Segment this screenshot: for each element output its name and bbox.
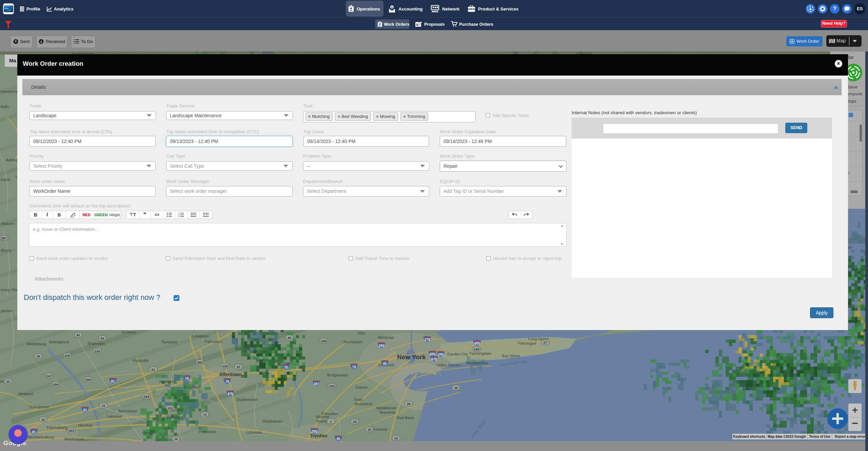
svg-text:Hammond: Hammond — [1, 89, 19, 94]
svg-text:Newport: Newport — [19, 392, 34, 396]
svg-text:225: 225 — [64, 354, 70, 357]
svg-text:287: 287 — [314, 382, 319, 386]
svg-text:Addiso: Addiso — [6, 158, 18, 162]
svg-text:Palmerton: Palmerton — [204, 340, 222, 344]
svg-text:Hershey: Hershey — [78, 423, 93, 427]
svg-text:Harrisburg: Harrisburg — [47, 425, 67, 430]
svg-text:34: 34 — [394, 436, 398, 440]
svg-text:78: 78 — [185, 377, 189, 381]
svg-text:Edison: Edison — [356, 385, 368, 389]
svg-text:78: 78 — [225, 380, 229, 384]
svg-text:Quakertown: Quakertown — [236, 397, 257, 402]
svg-text:Easton: Easton — [256, 358, 268, 362]
svg-text:Hamburg: Hamburg — [159, 380, 175, 384]
svg-text:Morris: Morris — [1, 248, 12, 252]
svg-text:Brunswick: Brunswick — [355, 402, 373, 406]
svg-text:Red Bank: Red Bank — [397, 416, 414, 420]
svg-text:Pottstown: Pottstown — [199, 430, 216, 434]
svg-text:Trenton: Trenton — [310, 433, 327, 438]
svg-text:209: 209 — [53, 383, 58, 386]
svg-text:295: 295 — [438, 353, 444, 356]
svg-text:206: 206 — [321, 339, 327, 343]
svg-text:81: 81 — [32, 430, 36, 434]
svg-text:54: 54 — [101, 336, 104, 340]
svg-text:202: 202 — [329, 384, 335, 388]
svg-text:Denver: Denver — [142, 431, 155, 435]
svg-text:Mechanicsburg: Mechanicsburg — [27, 435, 54, 439]
svg-text:Lebanon: Lebanon — [107, 414, 122, 418]
svg-text:125: 125 — [95, 349, 100, 353]
svg-text:495: 495 — [430, 352, 435, 356]
svg-text:287: 287 — [1, 236, 7, 240]
svg-text:kland: kland — [1, 178, 10, 182]
svg-text:Kutztown: Kutztown — [184, 385, 200, 389]
svg-text:Monroe: Monroe — [316, 415, 329, 419]
svg-text:10: 10 — [174, 437, 178, 441]
svg-text:Pottsville: Pottsville — [133, 358, 149, 363]
svg-text:33: 33 — [353, 420, 357, 424]
svg-text:46: 46 — [288, 336, 291, 340]
svg-text:Duncannon: Duncannon — [29, 405, 49, 409]
svg-text:Reading: Reading — [167, 415, 183, 420]
svg-text:61: 61 — [152, 368, 155, 371]
svg-text:1: 1 — [330, 419, 332, 423]
svg-text:278: 278 — [425, 338, 430, 342]
svg-text:35: 35 — [454, 386, 458, 390]
svg-text:Lehighton: Lehighton — [192, 334, 209, 338]
svg-text:222: 222 — [167, 406, 173, 410]
svg-text:78: 78 — [352, 365, 356, 369]
svg-text:145: 145 — [222, 364, 228, 368]
svg-text:Freehold: Freehold — [372, 427, 387, 431]
svg-text:309: 309 — [197, 361, 202, 364]
svg-text:95: 95 — [383, 362, 387, 366]
svg-text:Selinsgrove: Selinsgrove — [49, 340, 69, 344]
svg-text:East: East — [355, 397, 363, 402]
svg-text:Bridgewater: Bridgewater — [327, 373, 348, 377]
svg-text:3: 3 — [178, 216, 180, 217]
svg-text:61: 61 — [77, 333, 80, 337]
svg-text:Farmingdale: Farmingdale — [470, 351, 491, 355]
svg-text:ellsboro: ellsboro — [1, 222, 14, 226]
svg-text:Bay Shore: Bay Shore — [502, 354, 520, 358]
svg-text:678: 678 — [431, 357, 437, 361]
svg-text:New York: New York — [397, 353, 426, 361]
svg-text:95: 95 — [336, 437, 340, 441]
svg-text:Nazareth: Nazareth — [243, 349, 259, 353]
svg-text:Garden City: Garden City — [447, 352, 468, 356]
svg-text:Hills: Hills — [358, 331, 365, 335]
svg-text:78: 78 — [284, 366, 288, 369]
svg-text:81: 81 — [111, 380, 115, 383]
svg-text:18: 18 — [368, 428, 371, 431]
svg-text:Morristown: Morristown — [343, 340, 362, 344]
svg-text:ersey Sho: ersey Sho — [1, 288, 18, 292]
svg-text:183: 183 — [144, 395, 149, 398]
svg-text:ganton: ganton — [1, 309, 13, 313]
svg-text:322: 322 — [69, 429, 74, 432]
svg-text:Montclair: Montclair — [378, 335, 394, 340]
svg-text:135: 135 — [474, 347, 479, 351]
svg-text:Sunbury: Sunbury — [121, 330, 136, 334]
svg-text:Allentown: Allentown — [219, 372, 242, 377]
svg-text:280: 280 — [379, 344, 384, 348]
svg-text:495: 495 — [474, 342, 480, 345]
svg-text:Township: Township — [379, 410, 395, 414]
svg-text:Massapequa: Massapequa — [466, 361, 488, 365]
svg-text:295: 295 — [312, 430, 317, 433]
svg-text:Doylestown: Doylestown — [262, 419, 282, 423]
svg-text:Middletown: Middletown — [64, 437, 84, 441]
svg-text:73: 73 — [203, 413, 207, 416]
svg-text:Valley Stream: Valley Stream — [436, 363, 460, 367]
svg-text:81: 81 — [83, 408, 87, 412]
svg-text:147: 147 — [46, 374, 52, 378]
svg-text:22: 22 — [237, 365, 240, 369]
svg-text:Middletown: Middletown — [376, 406, 396, 410]
svg-text:22: 22 — [6, 380, 10, 383]
svg-text:Patchogue: Patchogue — [518, 341, 536, 345]
svg-text:$: $ — [391, 6, 393, 9]
svg-text:36: 36 — [407, 402, 411, 406]
svg-text:Myerstown: Myerstown — [119, 409, 138, 413]
svg-text:$: $ — [416, 23, 418, 26]
svg-text:72: 72 — [102, 404, 105, 408]
svg-text:27: 27 — [544, 341, 547, 344]
svg-text:Bath: Bath — [1, 105, 9, 109]
